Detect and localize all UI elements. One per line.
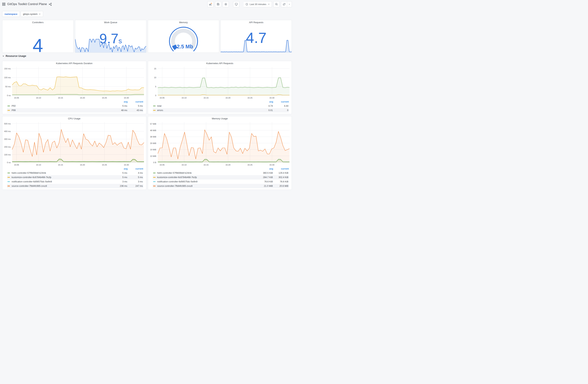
panel-title[interactable]: Memory bbox=[148, 20, 219, 25]
x-tick-label: 15:20 bbox=[80, 97, 85, 99]
series-current: 43 ms bbox=[127, 109, 143, 112]
variable-value-namespace[interactable]: gitops-system bbox=[21, 11, 43, 17]
share-icon[interactable] bbox=[49, 3, 52, 6]
series-avg: 0.01 bbox=[257, 109, 273, 112]
legend-item[interactable]: helm-controller-57f9b56bbf-k24mk5 ms4 ms bbox=[7, 171, 143, 175]
x-tick-label: 15:30 bbox=[124, 164, 129, 166]
series-color-dash bbox=[7, 110, 10, 111]
legend-item[interactable]: P505 ms5 ms bbox=[7, 104, 143, 108]
legend-sort-avg[interactable]: avg bbox=[258, 168, 273, 170]
legend-item[interactable]: notification-controller-6d56575dc-5w9n97… bbox=[153, 179, 289, 184]
panel-memory: Memory 42.5 Mb bbox=[148, 20, 219, 53]
x-tick-label: 15:10 bbox=[36, 97, 41, 99]
legend-item[interactable]: notification-controller-6d56575dc-5w9n93… bbox=[7, 179, 143, 184]
panel-title[interactable]: Memory Usage bbox=[148, 116, 292, 121]
legend-item[interactable]: errors0.010 bbox=[153, 108, 289, 112]
legend-item[interactable]: kustomize-controller-6c6784b468-7kzfp284… bbox=[153, 175, 289, 179]
legend-item[interactable]: total4.744.44 bbox=[153, 104, 289, 108]
series-avg: 236 ms bbox=[112, 185, 127, 187]
x-tick-label: 15:20 bbox=[226, 164, 231, 166]
legend-sort-current[interactable]: current bbox=[273, 101, 289, 103]
series-avg: 5 ms bbox=[112, 172, 127, 174]
legend-item[interactable]: kustomize-controller-6c6784b468-7kzfp5 m… bbox=[7, 175, 143, 179]
series-name: source-controller-7fb84fc985-zvsz8 bbox=[12, 185, 112, 187]
series-color-dash bbox=[153, 186, 156, 186]
y-tick-label: 48 MiB bbox=[150, 129, 156, 131]
x-tick-label: 15:05 bbox=[160, 97, 165, 99]
time-series-plot[interactable] bbox=[12, 67, 144, 95]
legend-item[interactable]: helm-controller-57f9b56bbf-k24mk360.5 Ki… bbox=[153, 171, 289, 175]
variable-label-namespace: namespace bbox=[2, 11, 20, 17]
series-current: 4 ms bbox=[127, 172, 143, 174]
x-tick-label: 15:25 bbox=[248, 164, 252, 166]
y-tick-label: 200 ms bbox=[4, 146, 11, 148]
time-series-chart: 0 B10 MiB19 MiB29 MiB38 MiB48 MiB57 MiB … bbox=[148, 121, 292, 167]
zoom-out-button[interactable] bbox=[273, 1, 279, 7]
y-tick-label: 100 ms bbox=[4, 154, 11, 156]
y-tick-label: 400 ms bbox=[4, 130, 11, 132]
chevron-down-icon bbox=[39, 13, 41, 15]
chart-legend: avgcurrenttotal4.744.44errors0.010 bbox=[148, 99, 292, 114]
series-name: source-controller-7fb84fc985-zvsz8 bbox=[157, 185, 257, 187]
time-range-picker[interactable]: Last 30 minutes bbox=[244, 1, 272, 7]
panel-title[interactable]: Work Queue bbox=[75, 20, 146, 25]
legend-sort-avg[interactable]: avg bbox=[112, 101, 128, 103]
refresh-button[interactable] bbox=[281, 1, 287, 7]
series-current: 5 ms bbox=[127, 105, 143, 107]
x-tick-label: 15:15 bbox=[58, 164, 63, 166]
legend-sort-current[interactable]: current bbox=[128, 101, 143, 103]
y-tick-label: 57 MiB bbox=[150, 123, 156, 125]
refresh-interval-dropdown[interactable] bbox=[287, 1, 292, 7]
time-series-plot[interactable] bbox=[158, 67, 290, 95]
legend-sort-avg[interactable]: avg bbox=[112, 168, 128, 170]
series-current: 4.44 bbox=[273, 105, 288, 107]
legend-item[interactable]: source-controller-7fb84fc985-zvsz8236 ms… bbox=[7, 184, 143, 188]
series-avg: 284.7 KiB bbox=[257, 176, 273, 179]
legend-sort-current[interactable]: current bbox=[273, 168, 289, 170]
series-name: helm-controller-57f9b56bbf-k24mk bbox=[12, 172, 112, 174]
time-series-chart: 051015 15:0515:1015:1515:2015:2515:30 bbox=[148, 66, 292, 99]
x-tick-label: 15:30 bbox=[124, 97, 129, 99]
panel-title[interactable]: CPU Usage bbox=[2, 116, 146, 121]
panel-title[interactable]: Controllers bbox=[2, 20, 73, 25]
legend-header: avgcurrent bbox=[7, 167, 143, 171]
series-name: notification-controller-6d56575dc-5w9n9 bbox=[157, 180, 257, 183]
apps-grid-icon[interactable] bbox=[2, 2, 5, 6]
x-tick-label: 15:25 bbox=[102, 97, 107, 99]
stat-value: 4 bbox=[2, 36, 73, 55]
time-series-chart: 0 ns50 ms100 ms150 ms 15:0515:1015:1515:… bbox=[2, 66, 146, 99]
y-tick-label: 15 bbox=[154, 67, 156, 70]
legend-sort-avg[interactable]: avg bbox=[258, 101, 273, 103]
y-tick-label: 50 ms bbox=[5, 85, 11, 88]
x-tick-label: 15:30 bbox=[269, 97, 274, 99]
time-series-plot[interactable] bbox=[158, 122, 290, 163]
legend-sort-current[interactable]: current bbox=[128, 168, 143, 170]
time-series-plot[interactable] bbox=[12, 122, 144, 163]
series-current: 5 ms bbox=[127, 176, 143, 179]
cycle-view-button[interactable] bbox=[233, 1, 239, 7]
x-tick-label: 15:15 bbox=[58, 97, 63, 99]
x-tick-label: 15:20 bbox=[80, 164, 85, 166]
save-dashboard-button[interactable] bbox=[215, 1, 221, 7]
y-tick-label: 10 MiB bbox=[150, 155, 156, 157]
legend-item[interactable]: P9948 ms43 ms bbox=[7, 108, 143, 112]
section-title: Resource Usage bbox=[6, 55, 26, 57]
dashboard-settings-button[interactable] bbox=[223, 1, 229, 7]
time-range-label: Last 30 minutes bbox=[250, 3, 266, 6]
series-current: 0 bbox=[273, 109, 288, 112]
add-panel-button[interactable] bbox=[208, 1, 213, 7]
series-name: helm-controller-57f9b56bbf-k24mk bbox=[157, 172, 257, 174]
series-color-dash bbox=[7, 181, 10, 182]
series-color-dash bbox=[7, 173, 10, 173]
chevron-down-icon bbox=[268, 3, 270, 5]
panel-title[interactable]: Kubernetes API Requests Duration bbox=[2, 61, 146, 66]
x-tick-label: 15:05 bbox=[14, 97, 19, 99]
legend-item[interactable]: source-controller-7fb84fc985-zvsz821.0 M… bbox=[153, 184, 289, 188]
x-tick-label: 15:10 bbox=[182, 97, 187, 99]
series-color-dash bbox=[7, 177, 10, 178]
panel-title[interactable]: Kubernetes API Requests bbox=[148, 61, 292, 66]
panel-title[interactable]: API Requests bbox=[221, 20, 292, 25]
dashboard-header: GitOps Toolkit Control Plane Last 30 min… bbox=[0, 0, 294, 8]
time-series-chart: 0 ns100 ms200 ms300 ms400 ms500 ms 15:05… bbox=[2, 121, 146, 167]
legend-header: avgcurrent bbox=[153, 167, 289, 171]
